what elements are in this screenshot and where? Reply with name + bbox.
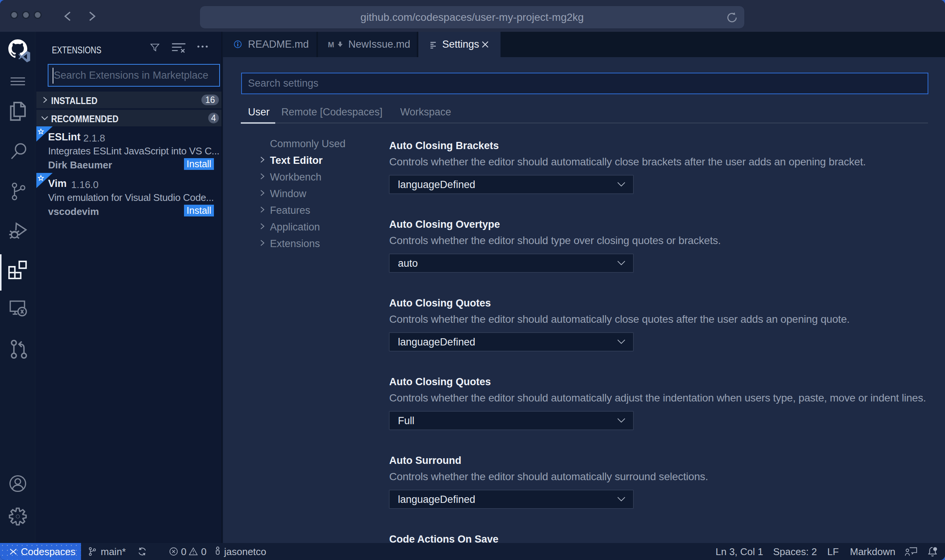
svg-text:M: M <box>328 40 334 49</box>
